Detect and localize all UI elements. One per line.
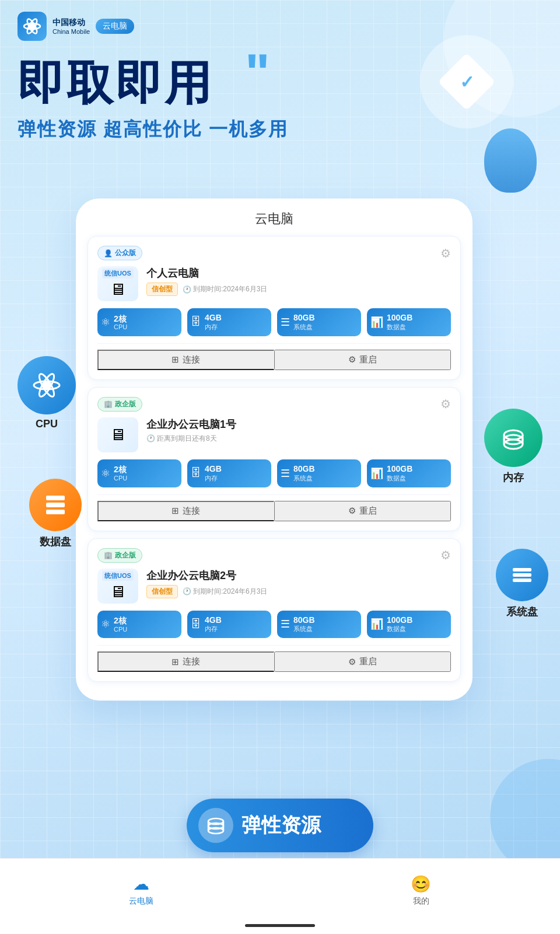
computer-icon-2: 🖥 — [110, 425, 126, 444]
restart-button-3[interactable]: ⚙ 重启 — [274, 651, 452, 672]
svg-rect-17 — [513, 573, 531, 577]
type-tag-3: 信创型 — [146, 585, 178, 598]
connect-button-3[interactable]: ⊞ 连接 — [97, 651, 274, 672]
float-datadisk: 数据盘 — [29, 479, 82, 549]
svg-rect-10 — [46, 510, 65, 514]
sys-icon-2: ☰ — [281, 467, 290, 480]
settings-icon-1[interactable]: ⚙ — [440, 246, 451, 260]
mem-icon-2: 🗄 — [191, 467, 201, 479]
restart-icon-1: ⚙ — [348, 354, 356, 365]
nav-cloud[interactable]: ☁ 云电脑 — [129, 874, 153, 907]
connect-icon-1: ⊞ — [172, 354, 179, 365]
sys-icon-1: ☰ — [281, 316, 290, 329]
mem-icon-3: 🗄 — [191, 618, 201, 630]
badge-enterprise-2: 🏢 政企版 — [97, 548, 142, 563]
float-cpu: CPU — [18, 356, 76, 430]
expire-2: 🕐 距离到期日还有8天 — [146, 434, 217, 444]
sys-icon-3: ☰ — [281, 618, 290, 630]
spec-data-3: 📊 100GB 数据盘 — [367, 611, 451, 639]
expire-3: 🕐 到期时间:2024年6月3日 — [183, 587, 267, 597]
spec-cpu-2: ⚛ 2核 CPU — [97, 459, 181, 487]
connect-icon-3: ⊞ — [172, 657, 179, 667]
spec-cpu-3: ⚛ 2核 CPU — [97, 611, 181, 639]
data-icon-2: 📊 — [370, 467, 383, 480]
home-indicator — [245, 924, 315, 927]
elastic-resource-button[interactable]: 弹性资源 — [187, 799, 373, 852]
specs-row-3: ⚛ 2核 CPU 🗄 4GB 内存 ☰ 80GB 系统盘 — [97, 611, 451, 639]
pc-icon-box-1: 统信UOS 🖥 — [97, 266, 138, 301]
spec-sys-3: ☰ 80GB 系统盘 — [277, 611, 361, 639]
computer-icon-3: 🖥 — [110, 582, 126, 601]
spec-sys-1: ☰ 80GB 系统盘 — [277, 308, 361, 336]
data-icon-3: 📊 — [370, 618, 383, 630]
data-icon-1: 📊 — [370, 316, 383, 329]
spec-cpu-1: ⚛ 2核 CPU — [97, 308, 181, 336]
restart-icon-2: ⚙ — [348, 506, 356, 516]
app-header: 中国移动 China Mobile 云电脑 — [18, 12, 134, 41]
nav-mine[interactable]: 😊 我的 — [411, 874, 431, 907]
bg-blue-drop — [484, 128, 537, 193]
settings-icon-3[interactable]: ⚙ — [440, 548, 451, 562]
svg-rect-18 — [513, 578, 531, 582]
svg-rect-16 — [513, 568, 531, 571]
bg-diamond-badge: ✓ — [420, 35, 513, 128]
spec-data-1: 📊 100GB 数据盘 — [367, 308, 451, 336]
pc-icon-box-3: 统信UOS 🖥 — [97, 569, 138, 604]
cloud-badge: 云电脑 — [96, 19, 134, 34]
action-row-3: ⊞ 连接 ⚙ 重启 — [97, 645, 451, 672]
restart-button-2[interactable]: ⚙ 重启 — [274, 501, 452, 521]
pc-card-enterprise-1: 🏢 政企版 ⚙ 🖥 企业办公云电脑1号 🕐 距离到期日还有8天 — [88, 387, 461, 531]
specs-row-2: ⚛ 2核 CPU 🗄 4GB 内存 ☰ 80GB 系统盘 — [97, 459, 451, 487]
svg-rect-8 — [46, 496, 65, 500]
elastic-label: 弹性资源 — [242, 812, 321, 839]
brand-name: 中国移动 China Mobile — [52, 18, 90, 35]
action-row-1: ⊞ 连接 ⚙ 重启 — [97, 343, 451, 370]
spec-mem-3: 🗄 4GB 内存 — [187, 611, 271, 639]
brand-logo — [18, 12, 47, 41]
float-sysdisk: 系统盘 — [496, 549, 548, 619]
svg-rect-9 — [46, 503, 65, 507]
pc-info-3: 企业办公云电脑2号 信创型 🕐 到期时间:2024年6月3日 — [146, 569, 451, 598]
connect-button-2[interactable]: ⊞ 连接 — [97, 501, 274, 521]
connect-button-1[interactable]: ⊞ 连接 — [97, 350, 274, 370]
mem-icon-1: 🗄 — [191, 316, 201, 328]
mine-nav-icon: 😊 — [411, 874, 431, 894]
expire-1: 🕐 到期时间:2024年6月3日 — [183, 284, 267, 294]
pc-icon-box-2: 🖥 — [97, 417, 138, 452]
connect-icon-2: ⊞ — [172, 506, 179, 516]
phone-mockup: 云电脑 👤 公众版 ⚙ 统信UOS 🖥 个人云电脑 信创型 � — [76, 198, 473, 700]
float-memory: 内存 — [484, 409, 542, 485]
badge-public: 👤 公众版 — [97, 246, 142, 260]
bottom-navigation: ☁ 云电脑 😊 我的 — [0, 858, 560, 934]
cpu-icon-2: ⚛ — [101, 467, 110, 480]
spec-sys-2: ☰ 80GB 系统盘 — [277, 459, 361, 487]
spec-mem-2: 🗄 4GB 内存 — [187, 459, 271, 487]
cpu-icon-1: ⚛ — [101, 316, 110, 329]
pc-info-1: 个人云电脑 信创型 🕐 到期时间:2024年6月3日 — [146, 266, 451, 296]
cloud-nav-icon: ☁ — [133, 874, 149, 894]
computer-icon-1: 🖥 — [110, 280, 126, 299]
pc-card-enterprise-2: 🏢 政企版 ⚙ 统信UOS 🖥 企业办公云电脑2号 信创型 🕐 到期时间:202… — [88, 538, 461, 682]
elastic-icon — [198, 808, 233, 843]
restart-icon-3: ⚙ — [348, 657, 356, 667]
pc-card-personal: 👤 公众版 ⚙ 统信UOS 🖥 个人云电脑 信创型 🕐 到期时间:2024年6月… — [88, 236, 461, 380]
specs-row-1: ⚛ 2核 CPU 🗄 4GB 内存 ☰ 80GB 系统盘 — [97, 308, 451, 336]
spec-data-2: 📊 100GB 数据盘 — [367, 459, 451, 487]
hero-title: 即取即用 — [18, 53, 214, 116]
action-row-2: ⊞ 连接 ⚙ 重启 — [97, 494, 451, 521]
spec-mem-1: 🗄 4GB 内存 — [187, 308, 271, 336]
cpu-icon-3: ⚛ — [101, 618, 110, 630]
restart-button-1[interactable]: ⚙ 重启 — [274, 350, 452, 370]
type-tag-1: 信创型 — [146, 283, 178, 296]
phone-title: 云电脑 — [88, 210, 461, 228]
settings-icon-2[interactable]: ⚙ — [440, 397, 451, 411]
quote-mark: " — [245, 47, 270, 99]
hero-subtitle: 弹性资源 超高性价比 一机多用 — [18, 117, 288, 142]
badge-enterprise-1: 🏢 政企版 — [97, 397, 142, 412]
pc-info-2: 企业办公云电脑1号 🕐 距离到期日还有8天 — [146, 417, 451, 444]
